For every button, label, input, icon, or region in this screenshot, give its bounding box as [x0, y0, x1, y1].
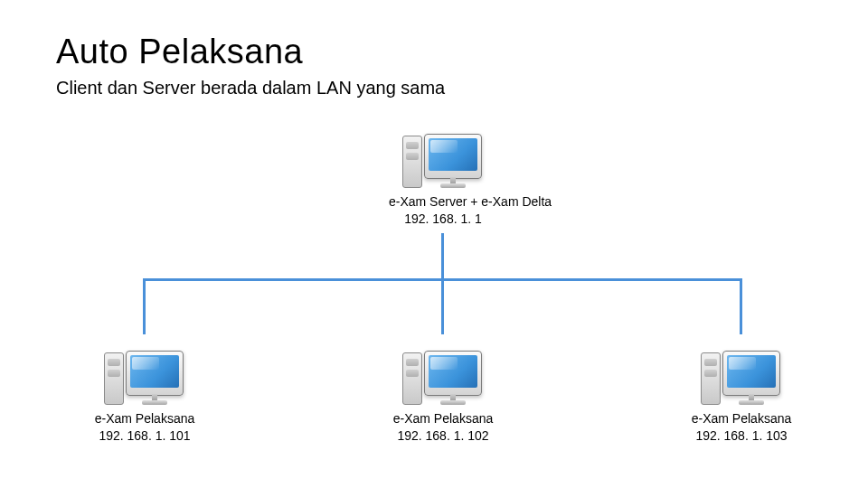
- computer-icon: [104, 334, 185, 405]
- connector-line: [740, 278, 742, 334]
- client-ip: 192. 168. 1. 102: [397, 428, 488, 443]
- client-ip: 192. 168. 1. 103: [695, 428, 787, 443]
- client-label: e-Xam Pelaksana 192. 168. 1. 103: [687, 410, 796, 445]
- page-subtitle: Client dan Server berada dalam LAN yang …: [56, 78, 445, 99]
- client-name: e-Xam Pelaksana: [692, 411, 792, 426]
- connector-line: [441, 278, 444, 334]
- client-name: e-Xam Pelaksana: [95, 411, 195, 426]
- client-ip: 192. 168. 1. 101: [99, 428, 190, 443]
- client-node: e-Xam Pelaksana 192. 168. 1. 103: [687, 334, 796, 445]
- server-name: e-Xam Server + e-Xam Delta: [389, 194, 552, 209]
- server-label: e-Xam Server + e-Xam Delta 192. 168. 1. …: [389, 193, 497, 228]
- client-node: e-Xam Pelaksana 192. 168. 1. 102: [389, 334, 497, 445]
- client-label: e-Xam Pelaksana 192. 168. 1. 102: [389, 410, 497, 445]
- connector-line: [441, 233, 444, 280]
- client-name: e-Xam Pelaksana: [393, 411, 494, 426]
- server-node: e-Xam Server + e-Xam Delta 192. 168. 1. …: [389, 117, 497, 228]
- computer-icon: [402, 117, 484, 188]
- computer-icon: [402, 334, 484, 405]
- server-ip: 192. 168. 1. 1: [404, 211, 482, 226]
- computer-icon: [701, 334, 782, 405]
- client-label: e-Xam Pelaksana 192. 168. 1. 101: [90, 410, 199, 445]
- page-title: Auto Pelaksana: [56, 33, 303, 71]
- connector-line: [143, 278, 146, 334]
- client-node: e-Xam Pelaksana 192. 168. 1. 101: [90, 334, 199, 445]
